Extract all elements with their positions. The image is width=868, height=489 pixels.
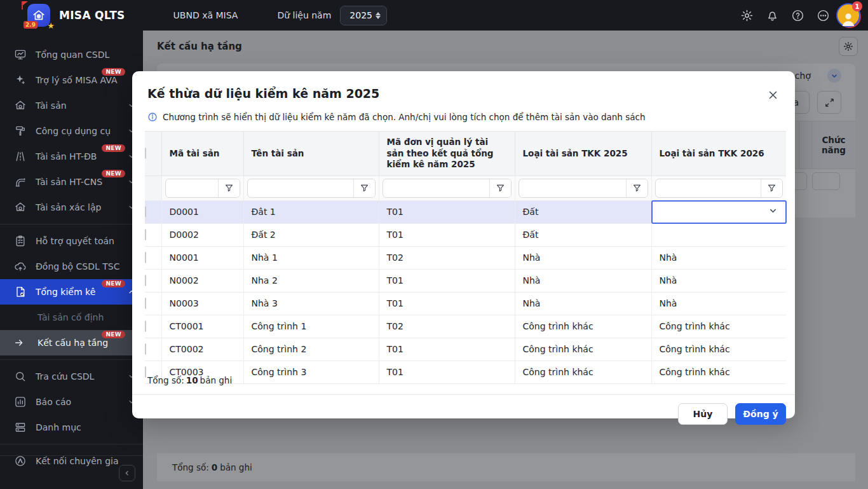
column-header: Loại tài sản TKK 2026 [651,132,786,176]
type-2025-cell: Công trình khác [515,361,651,383]
sidebar-item-6[interactable]: Tài sản xác lập [0,195,143,220]
org-name: UBND xã MISA [173,10,238,20]
asset-code-cell: D0001 [161,200,243,223]
version-badge: 2.9 [24,21,37,29]
asset-name-cell: Nhà 3 [243,292,379,315]
row-checkbox[interactable] [145,206,146,217]
sidebar-item-label: Báo cáo [36,397,71,407]
more-options-icon[interactable] [812,4,834,26]
row-checkbox[interactable] [145,366,146,378]
asset-code-cell: CT0002 [161,338,243,361]
divider [0,224,143,224]
row-checkbox[interactable] [145,275,146,286]
sidebar-item-label: Tài sản cố định [37,312,104,322]
divider [132,394,795,395]
filter-input-name[interactable] [248,179,353,197]
notifications-bell-icon[interactable] [761,4,783,26]
row-checkbox[interactable] [145,298,146,309]
asset-name-cell: Nha 2 [243,269,379,292]
modal-info-text: Chương trình sẽ hiển thị dữ liệu kiểm kê… [163,112,646,122]
sidebar-item-7[interactable]: Hỗ trợ quyết toán [0,228,143,254]
row-checkbox[interactable] [145,343,146,355]
table-row[interactable]: CT0003Công trình 3T01Công trình khácCông… [145,361,786,383]
sidebar-item-0[interactable]: Tổng quan CSDL [0,42,143,67]
sidebar-item-12[interactable]: Tra cứu CSDL [0,364,143,389]
table-row[interactable]: N0002Nha 2T01NhàNhà [145,269,786,292]
table-row[interactable]: D0002Đất 2T01Đất [145,223,786,246]
type-2025-cell: Nhà [515,292,651,315]
type-2026-select[interactable] [651,200,787,224]
cloudsync-icon [14,260,27,273]
sidebar-item-14[interactable]: Danh mục [0,415,143,440]
sidebar-item-4[interactable]: Tài sản HT-ĐBNEW [0,144,143,169]
topbar: 2.9 ★ MISA QLTS UBND xã MISA Dữ liệu năm… [0,0,868,31]
asset-code-cell: N0002 [161,269,243,292]
year-select[interactable]: 2025 [340,6,387,25]
divider [0,444,143,444]
table-row[interactable]: N0003Nhà 3T01NhàNhà [145,292,786,315]
close-icon[interactable] [763,85,782,104]
sidebar-item-1[interactable]: Trợ lý số MISA AVANEW [0,67,143,93]
filter-input-unit[interactable] [383,179,489,197]
sidebar-item-label: Kết cấu hạ tầng [37,338,108,348]
topbar-actions: 1 [736,4,868,26]
select-all-checkbox[interactable] [145,148,146,159]
type-2026-cell [651,223,786,246]
sidebar-item-3[interactable]: Công cụ dụng cụ [0,118,143,144]
inherit-data-modal: Kế thừa dữ liệu kiểm kê năm 2025 Chương … [132,71,795,418]
table-row[interactable]: D0001Đât 1T01Đất [145,200,786,223]
type-2026-cell: Công trình khác [651,361,786,383]
table-row[interactable]: CT0002Công trình 2T01Công trình khácCông… [145,338,786,361]
settings-gear-icon[interactable] [736,4,757,26]
sidebar-collapse-button[interactable] [119,465,135,481]
brand-title: MISA QLTS [59,9,125,22]
filter-cell [145,176,161,200]
table-row[interactable]: N0001Nhà 1T02NhàNhà [145,246,786,269]
expert-icon [14,455,27,467]
asset-code-cell: D0002 [161,223,243,246]
sidebar-item-2[interactable]: Tài sản [0,93,143,118]
arrow-right-icon [14,338,24,348]
row-checkbox[interactable] [145,229,146,240]
help-icon[interactable] [787,4,808,26]
checkbox-cell [145,246,161,269]
checkbox-cell [145,200,161,223]
search-icon [14,370,27,383]
cancel-button[interactable]: Hủy [678,403,728,425]
filter-funnel-icon[interactable] [218,179,240,197]
asset-name-cell: Nhà 1 [243,246,379,269]
asset-name-cell: Đất 2 [243,223,379,246]
sidebar-item-label: Tổng kiểm kê [36,287,95,297]
sidebar: Tổng quan CSDLTrợ lý số MISA AVANEWTài s… [0,31,143,489]
new-badge: NEW [102,68,125,76]
avatar[interactable]: 1 [837,4,859,26]
filter-funnel-icon[interactable] [761,179,782,197]
row-checkbox[interactable] [145,252,146,263]
column-header: Mã đơn vị quản lý tài sản theo kết quả t… [379,132,515,176]
sidebar-item-10[interactable]: Tài sản cố định [0,305,143,330]
sidebar-item-8[interactable]: Đồng bộ CSDL TSC [0,254,143,279]
row-checkbox[interactable] [145,320,146,332]
asset-name-cell: Đât 1 [243,200,379,223]
modal-table: Mã tài sản Tên tài sản Mã đơn vị quản lý… [145,131,786,384]
filter-input-type2025[interactable] [519,179,626,197]
asset-name-cell: Công trình 2 [243,338,379,361]
sidebar-item-13[interactable]: Báo cáo [0,389,143,415]
type-2025-cell: Nhà [515,269,651,292]
table-row[interactable]: CT0001Công trình 1T02Công trình khácCông… [145,315,786,338]
filter-funnel-icon[interactable] [626,179,648,197]
filter-funnel-icon[interactable] [489,179,511,197]
filter-funnel-icon[interactable] [353,179,375,197]
type-2025-cell: Đất [515,223,651,246]
confirm-button[interactable]: Đồng ý [735,403,786,425]
app: 2.9 ★ MISA QLTS UBND xã MISA Dữ liệu năm… [0,0,868,489]
sidebar-item-5[interactable]: Tài sản HT-CNSNEW [0,169,143,195]
filter-input-code[interactable] [166,179,218,197]
tools-icon [14,125,27,137]
checkbox-cell [145,292,161,315]
sidebar-item-11[interactable]: Kết cấu hạ tầngNEW [0,330,143,355]
sidebar-item-label: Tài sản xác lập [36,202,101,212]
modal-buttons: Hủy Đồng ý [678,403,786,425]
sidebar-item-9[interactable]: Tổng kiểm kêNEW [0,279,143,305]
filter-input-type2026[interactable] [656,179,761,197]
